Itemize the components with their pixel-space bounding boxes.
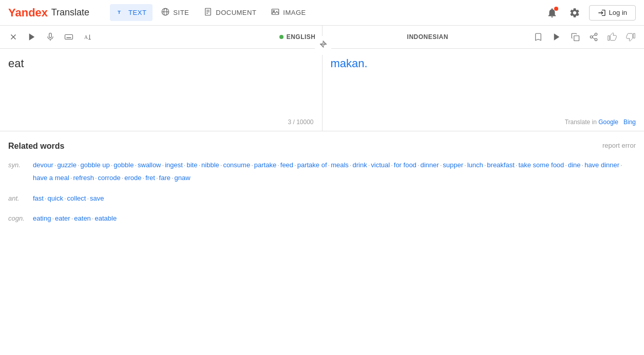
settings-button[interactable] bbox=[566, 5, 583, 21]
word-link[interactable]: partake of bbox=[297, 159, 327, 171]
syn-label: syn. bbox=[8, 161, 29, 169]
text-icon: T bbox=[116, 7, 125, 18]
ant-word-list: fast · quick · collect · save bbox=[33, 192, 104, 204]
word-link[interactable]: eatable bbox=[94, 212, 117, 224]
source-content[interactable]: eat 3 / 10000 bbox=[0, 49, 322, 131]
thumbdown-button[interactable] bbox=[623, 30, 638, 44]
word-link[interactable]: gnaw bbox=[175, 172, 191, 184]
cognates-group: cogn. eating · eater · eaten · eatable bbox=[8, 212, 636, 224]
nav-text-label: TEXT bbox=[128, 9, 146, 16]
target-content: makan. Translate in Google Bing bbox=[323, 49, 645, 131]
related-words-title: Related words bbox=[8, 142, 636, 151]
bookmark-button[interactable] bbox=[531, 30, 545, 44]
word-link[interactable]: eaten bbox=[74, 212, 91, 224]
svg-point-27 bbox=[595, 38, 597, 41]
word-link[interactable]: have a meal bbox=[33, 172, 69, 184]
ant-label: ant. bbox=[8, 194, 29, 202]
word-link[interactable]: have dinner bbox=[584, 159, 619, 171]
word-link[interactable]: corrode bbox=[98, 172, 121, 184]
word-link[interactable]: feed bbox=[280, 159, 293, 171]
nav-image[interactable]: IMAGE bbox=[264, 4, 312, 21]
nav-document-label: DOCUMENT bbox=[216, 9, 256, 16]
login-icon bbox=[598, 9, 606, 17]
word-link[interactable]: meals bbox=[331, 159, 349, 171]
login-button[interactable]: Log in bbox=[589, 5, 636, 21]
word-link[interactable]: gobble bbox=[113, 159, 134, 171]
keyboard-button[interactable] bbox=[62, 30, 76, 44]
word-link[interactable]: eater bbox=[55, 212, 70, 224]
svg-marker-12 bbox=[29, 33, 35, 41]
svg-point-26 bbox=[590, 36, 593, 38]
word-link[interactable]: fret bbox=[145, 172, 155, 184]
target-lang-label: INDONESIAN bbox=[407, 33, 448, 41]
login-label: Log in bbox=[609, 9, 627, 16]
word-link[interactable]: supper bbox=[443, 159, 463, 171]
thumbup-button[interactable] bbox=[605, 30, 619, 44]
word-link[interactable]: guzzle bbox=[57, 159, 77, 171]
word-link[interactable]: partake bbox=[254, 159, 276, 171]
word-link[interactable]: swallow bbox=[138, 159, 161, 171]
notification-button[interactable] bbox=[544, 5, 560, 21]
svg-line-28 bbox=[592, 37, 595, 39]
word-link[interactable]: collect bbox=[67, 192, 86, 204]
notification-dot bbox=[554, 7, 558, 11]
word-link[interactable]: dine bbox=[568, 159, 581, 171]
copy-button[interactable] bbox=[568, 30, 582, 44]
svg-text:A: A bbox=[84, 34, 88, 40]
logo-yandex: Yandex bbox=[8, 6, 48, 19]
word-link[interactable]: quick bbox=[48, 192, 63, 204]
header: Yandex Translate T TEXT SITE bbox=[0, 0, 644, 26]
word-link[interactable]: refresh bbox=[73, 172, 93, 184]
word-link[interactable]: eating bbox=[33, 212, 51, 224]
word-link[interactable]: erode bbox=[124, 172, 141, 184]
word-link[interactable]: nibble bbox=[201, 159, 219, 171]
clear-button[interactable] bbox=[6, 30, 21, 44]
nav-bar: T TEXT SITE DOCUMENT bbox=[110, 4, 312, 21]
svg-line-29 bbox=[592, 35, 595, 36]
nav-site[interactable]: SITE bbox=[155, 4, 195, 21]
target-listen-button[interactable] bbox=[550, 30, 564, 44]
nav-text[interactable]: T TEXT bbox=[110, 4, 153, 21]
word-link[interactable]: for food bbox=[394, 159, 416, 171]
nav-document[interactable]: DOCUMENT bbox=[197, 4, 262, 21]
related-header: report error Related words bbox=[8, 142, 636, 159]
word-link[interactable]: drink bbox=[352, 159, 367, 171]
doc-icon bbox=[203, 7, 213, 18]
word-link[interactable]: bite bbox=[186, 159, 197, 171]
word-link[interactable]: ingest bbox=[165, 159, 183, 171]
logo-translate: Translate bbox=[49, 7, 89, 18]
char-count: 3 / 10000 bbox=[288, 119, 313, 126]
swap-languages-button[interactable] bbox=[315, 36, 331, 55]
cogn-label: cogn. bbox=[8, 214, 29, 222]
antonyms-group: ant. fast · quick · collect · save bbox=[8, 192, 636, 204]
source-text: eat bbox=[8, 57, 314, 70]
word-link[interactable]: fare bbox=[159, 172, 171, 184]
word-link[interactable]: dinner bbox=[420, 159, 439, 171]
source-toolbar: A ENGLISH bbox=[0, 26, 322, 49]
word-link[interactable]: gobble up bbox=[81, 159, 110, 171]
google-link[interactable]: Google bbox=[598, 119, 618, 126]
word-link[interactable]: lunch bbox=[467, 159, 483, 171]
word-link[interactable]: devour bbox=[33, 159, 53, 171]
translate-in-label: Translate in Google Bing bbox=[565, 119, 636, 126]
word-link[interactable]: save bbox=[90, 192, 104, 204]
report-error-button[interactable]: report error bbox=[602, 142, 636, 149]
word-link[interactable]: take some food bbox=[518, 159, 564, 171]
microphone-button[interactable] bbox=[43, 30, 58, 44]
related-words-section: report error Related words syn. devour ·… bbox=[0, 131, 644, 243]
word-link[interactable]: breakfast bbox=[487, 159, 514, 171]
globe-icon bbox=[161, 7, 170, 18]
source-listen-button[interactable] bbox=[25, 30, 39, 44]
share-button[interactable] bbox=[586, 30, 601, 44]
bing-link[interactable]: Bing bbox=[623, 119, 636, 126]
target-toolbar: INDONESIAN bbox=[323, 26, 645, 49]
word-link[interactable]: fast bbox=[33, 192, 44, 204]
logo[interactable]: Yandex Translate bbox=[8, 6, 89, 19]
svg-rect-13 bbox=[49, 33, 52, 38]
lang-selector-source[interactable]: ENGLISH bbox=[279, 33, 316, 41]
word-link[interactable]: consume bbox=[223, 159, 250, 171]
svg-text:T: T bbox=[118, 9, 121, 15]
font-button[interactable]: A bbox=[80, 30, 94, 44]
target-panel: INDONESIAN bbox=[323, 26, 645, 131]
word-link[interactable]: victual bbox=[371, 159, 390, 171]
